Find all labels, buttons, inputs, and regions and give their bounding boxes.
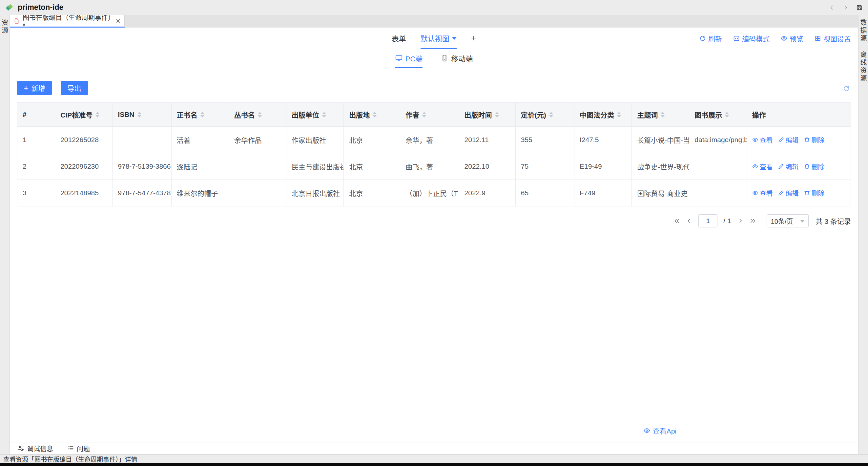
col-header-publisher[interactable]: 出版单位 (286, 103, 343, 127)
view-api-button[interactable]: 查看Api (644, 426, 676, 435)
cell-operations: 查看 编辑 删除 (747, 127, 850, 153)
view-toolbar-actions: 刷新 编码模式 预览 (700, 28, 851, 49)
sort-icon[interactable] (549, 112, 553, 117)
view-content: + 新增 导出 # (10, 68, 858, 442)
trash-icon (804, 164, 810, 169)
delete-row-button[interactable]: 删除 (804, 135, 825, 145)
sort-icon[interactable] (322, 112, 326, 117)
cell-clc: I247.5 (574, 127, 631, 153)
cell-series: 余华作品 (229, 127, 286, 153)
cell-subject: 长篇小说-中国-当 (632, 127, 689, 153)
sort-icon[interactable] (725, 112, 729, 117)
sort-icon[interactable] (495, 112, 499, 117)
cell-pubdate: 2022.10 (459, 153, 515, 180)
cell-display: data:image/png;b (689, 127, 747, 153)
delete-row-button[interactable]: 删除 (804, 162, 825, 171)
first-page-button[interactable] (674, 217, 680, 224)
status-text: 查看资源「图书在版编目（生命周期事件）」详情 (3, 455, 137, 463)
cell-operations: 查看 编辑 删除 (747, 180, 850, 206)
add-view-button[interactable]: + (471, 28, 476, 49)
trash-icon (804, 190, 810, 196)
col-header-display[interactable]: 图书展示 (689, 103, 747, 127)
last-page-button[interactable] (750, 217, 756, 224)
double-chevron-left-icon (674, 217, 680, 224)
problems-tab[interactable]: 问题 (68, 444, 90, 453)
tab-book-cip-editor[interactable]: 图书在版编目（生命周期事件）* × (10, 15, 125, 28)
save-button[interactable] (856, 4, 863, 11)
cell-publisher: 民主与建设出版社 (286, 153, 343, 180)
pencil-icon (778, 190, 784, 196)
col-header-index: # (18, 103, 55, 127)
cell-isbn: 978-7-5139-3866 (113, 153, 171, 180)
export-button[interactable]: 导出 (61, 81, 88, 95)
cell-isbn (113, 127, 171, 153)
edit-row-button[interactable]: 编辑 (778, 135, 799, 145)
code-mode-icon (733, 35, 740, 42)
sort-icon[interactable] (95, 112, 99, 117)
page-size-select[interactable]: 10条/页 (767, 214, 809, 227)
cell-place: 北京 (344, 180, 400, 206)
sort-icon[interactable] (373, 112, 377, 117)
edit-row-button[interactable]: 编辑 (778, 188, 799, 198)
col-header-author[interactable]: 作者 (400, 103, 459, 127)
view-row-button[interactable]: 查看 (752, 162, 773, 171)
col-header-place[interactable]: 出版地 (344, 103, 400, 127)
close-icon[interactable]: × (116, 17, 120, 25)
cell-pubdate: 2012.11 (459, 127, 515, 153)
nav-forward-button[interactable] (842, 4, 849, 11)
table-header-row: # CIP核准号 ISBN 正书名 丛书名 出版单位 出版地 作者 出版时间 定… (18, 103, 851, 127)
edit-row-button[interactable]: 编辑 (778, 162, 799, 171)
cell-price: 75 (515, 153, 574, 180)
col-header-subject[interactable]: 主题词 (632, 103, 689, 127)
rail-item-resources[interactable]: 资源 (0, 19, 9, 35)
refresh-button[interactable]: 刷新 (700, 33, 722, 43)
chevron-left-icon (686, 217, 692, 224)
total-records-label: 共 3 条记录 (816, 216, 851, 226)
col-header-isbn[interactable]: ISBN (113, 103, 171, 127)
preview-button[interactable]: 预览 (781, 33, 803, 43)
sort-icon[interactable] (661, 112, 664, 117)
view-settings-button[interactable]: 视图设置 (814, 33, 851, 43)
tab-default-view[interactable]: 默认视图 (421, 28, 457, 49)
debug-info-tab[interactable]: 调试信息 (18, 444, 53, 453)
chevron-down-icon (452, 37, 457, 40)
next-page-button[interactable] (737, 217, 744, 224)
col-header-clc[interactable]: 中图法分类 (574, 103, 631, 127)
col-header-price[interactable]: 定价(元) (515, 103, 574, 127)
col-header-pubdate[interactable]: 出版时间 (459, 103, 515, 127)
rail-item-datasource[interactable]: 数据源 (859, 19, 868, 43)
tab-pc[interactable]: PC端 (395, 49, 423, 68)
eye-icon (644, 427, 650, 434)
view-row-button[interactable]: 查看 (752, 188, 773, 198)
sort-icon[interactable] (617, 112, 621, 117)
view-row-button[interactable]: 查看 (752, 135, 773, 145)
monitor-icon (395, 55, 403, 62)
col-header-title[interactable]: 正书名 (171, 103, 229, 127)
tab-mobile[interactable]: 移动端 (441, 49, 473, 68)
app-title: primeton-ide (18, 3, 63, 12)
cell-display (689, 180, 747, 206)
col-header-cip[interactable]: CIP核准号 (55, 103, 113, 127)
cell-series (229, 180, 286, 206)
page-count-label: / 1 (723, 217, 731, 225)
code-mode-button[interactable]: 编码模式 (733, 33, 770, 43)
cell-publisher: 北京日报出版社 (286, 180, 343, 206)
col-header-series[interactable]: 丛书名 (229, 103, 286, 127)
sort-icon[interactable] (258, 112, 262, 117)
table-refresh-button[interactable] (843, 85, 849, 92)
cell-index: 2 (18, 153, 55, 180)
sort-icon[interactable] (137, 112, 142, 117)
sort-icon[interactable] (200, 112, 205, 117)
bottom-panel-bar: 调试信息 问题 (10, 442, 858, 454)
add-button[interactable]: + 新增 (17, 81, 52, 95)
page-number-input[interactable] (699, 214, 717, 227)
prev-page-button[interactable] (686, 217, 692, 224)
pencil-icon (778, 137, 784, 143)
sort-icon[interactable] (422, 112, 426, 117)
api-row: 查看Api (644, 426, 676, 435)
cell-author: 余华，著 (400, 127, 459, 153)
rail-item-offline-resources[interactable]: 离线资源 (859, 51, 868, 83)
delete-row-button[interactable]: 删除 (804, 188, 825, 198)
tab-form[interactable]: 表单 (392, 28, 406, 49)
nav-back-button[interactable] (829, 4, 835, 11)
